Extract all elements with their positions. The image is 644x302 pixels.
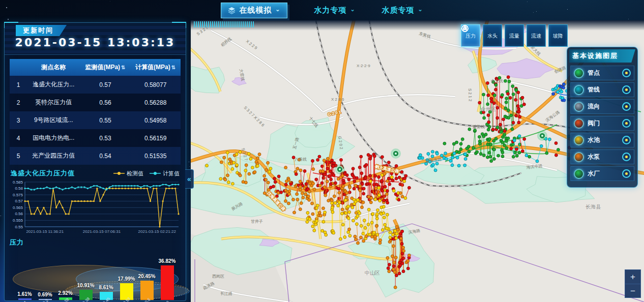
column-header-1[interactable]: 监测值(MPa)⇅ [80, 59, 131, 76]
svg-text:0.575: 0.575 [13, 193, 23, 197]
svg-text:重姜线: 重姜线 [472, 125, 485, 129]
layer-visibility-toggle[interactable] [622, 169, 631, 178]
map-tools-toolbar: 压力水头流量流速坡降 [461, 24, 568, 47]
left-dashboard-panel: 更新时间 2021-03-15 13:03:13 测点名称监测值(MPa)⇅计算… [4, 22, 186, 301]
map-zoom-control: + − [625, 269, 641, 298]
layer-label: 管线 [588, 85, 619, 94]
bar-value-label: 20.45% [138, 274, 156, 279]
bar-value-label: 1.61% [17, 291, 32, 297]
layer-icon [574, 135, 584, 145]
nav-tab-0[interactable]: 在线模拟⌄ [221, 3, 287, 18]
layer-visibility-toggle[interactable] [622, 69, 631, 77]
bar-item[interactable]: 8.61%0.38~0.45 [99, 285, 113, 300]
layer-item-5[interactable]: 水泵 [570, 149, 634, 164]
layer-label: 水厂 [588, 169, 619, 178]
bar-value-label: 8.61% [99, 285, 113, 290]
map-tool-1[interactable]: 水头 [483, 24, 502, 47]
nav-tab-2[interactable]: 水质专项⌄ [382, 6, 423, 15]
legend-item[interactable]: 计算值 [150, 170, 180, 177]
svg-text:长海县: 长海县 [586, 204, 601, 209]
layer-icon [574, 102, 584, 112]
sort-icon[interactable]: ⇅ [171, 65, 175, 70]
table-row[interactable]: 2英特尔压力值0.560.56288 [10, 94, 181, 111]
map-decoration-barcode [194, 21, 254, 27]
layer-visibility-toggle[interactable] [622, 136, 631, 144]
table-row[interactable]: 5光产业园压力值0.540.51535 [10, 147, 181, 165]
svg-text:S 2 1 2: S 2 1 2 [467, 88, 473, 102]
bar-item[interactable]: 36.82%>0.6 [160, 258, 174, 300]
bar-value-label: 0.69% [38, 292, 52, 297]
map-tool-label: 水头 [487, 33, 497, 40]
bar-item[interactable]: 0.69%0.1~0.2 [38, 292, 52, 300]
table-row[interactable]: 1逸盛大化压力...0.570.58077 [10, 76, 181, 94]
bar-item[interactable]: 2.92%0.2~0.28 [58, 290, 72, 300]
bar-item[interactable]: 17.99%0.45~0.53 [120, 276, 133, 300]
layer-label: 水泵 [588, 153, 619, 161]
bar-item[interactable]: 10.91%0.28~0.38 [79, 283, 93, 300]
map-tool-4[interactable]: 坡降 [548, 24, 568, 47]
svg-text:2021-03-15 07:06:31: 2021-03-15 07:06:31 [83, 229, 121, 234]
bar-value-label: 36.82% [159, 258, 176, 264]
map-tool-2[interactable]: 流量 [505, 24, 524, 47]
zoom-in-button[interactable]: + [625, 269, 641, 284]
line-chart-legend: 检测值计算值 [113, 170, 180, 177]
layer-icon [574, 118, 584, 129]
bar-chart: 1.61%<0.10.69%0.1~0.22.92%0.2~0.2810.91%… [10, 247, 182, 302]
map-tool-label: 坡降 [553, 33, 563, 40]
layer-label: 管点 [588, 69, 619, 77]
column-header-2[interactable]: 计算值(MPa)⇅ [130, 59, 181, 76]
svg-text:0.57: 0.57 [15, 199, 23, 203]
layer-item-0[interactable]: 管点 [570, 66, 634, 80]
svg-text:0.58: 0.58 [15, 186, 23, 191]
line-chart: 0.550.5550.560.5650.570.5750.580.5852021… [9, 179, 182, 235]
line-chart-title: 逸盛大化压力压力值 [11, 169, 75, 178]
bar [140, 281, 154, 300]
layer-item-4[interactable]: 水池 [570, 133, 634, 147]
chevron-down-icon: ⌄ [275, 6, 280, 13]
layer-label: 流向 [588, 102, 619, 111]
column-header-0: 测点名称 [27, 59, 80, 76]
svg-text:长江路: 长江路 [220, 291, 232, 296]
top-navigation: 在线模拟⌄水力专项⌄水质专项⌄ [0, 0, 644, 20]
svg-text:0.585: 0.585 [13, 180, 23, 185]
bar-item[interactable]: 20.45%0.53~0.6 [140, 274, 154, 300]
layer-icon [574, 169, 584, 179]
svg-text:0.555: 0.555 [13, 218, 23, 223]
svg-text:2021-03-15 11:36:21: 2021-03-15 11:36:21 [26, 229, 64, 234]
layer-visibility-toggle[interactable] [622, 119, 631, 128]
layer-item-2[interactable]: 流向 [570, 99, 634, 114]
layer-visibility-toggle[interactable] [622, 102, 631, 111]
layer-icon [574, 68, 584, 78]
sort-icon[interactable]: ⇅ [121, 65, 125, 70]
layer-label: 水池 [588, 136, 619, 144]
layer-visibility-toggle[interactable] [622, 153, 631, 161]
svg-text:2021-03-15 02:21:22: 2021-03-15 02:21:22 [138, 229, 177, 234]
layer-item-6[interactable]: 水厂 [570, 166, 634, 181]
nav-tab-label: 水质专项 [382, 6, 415, 15]
legend-item[interactable]: 检测值 [113, 170, 143, 177]
svg-text:0.55: 0.55 [15, 225, 23, 229]
layer-item-1[interactable]: 管线 [570, 82, 634, 97]
svg-text:八甬线: 八甬线 [295, 157, 307, 162]
layer-icon [574, 152, 584, 162]
pressure-bar-chart-section: 压力 1.61%<0.10.69%0.1~0.22.92%0.2~0.2810.… [10, 238, 182, 302]
bar-category-label: <0.1 [18, 300, 27, 302]
collapse-panel-button[interactable]: « [185, 169, 194, 189]
map-area[interactable]: S 3 2 7稻荞线X 2 2 9大窑线十七线G 2 0 2X·2·2·9东黄线… [191, 20, 644, 302]
zoom-out-button[interactable]: − [625, 284, 641, 298]
svg-text:西岗区: 西岗区 [212, 274, 224, 279]
layer-item-3[interactable]: 阀门 [570, 116, 634, 131]
table-row[interactable]: 4国电电力热电...0.530.56159 [10, 129, 181, 147]
chevron-down-icon: ⌄ [350, 6, 355, 13]
update-time-value: 2021-03-15 13:03:13 [5, 36, 186, 49]
measurement-table: 测点名称监测值(MPa)⇅计算值(MPa)⇅ 1逸盛大化压力...0.570.5… [10, 59, 181, 165]
table-row[interactable]: 39号路区域流...0.550.54958 [10, 111, 181, 129]
bar-value-label: 17.99% [118, 276, 135, 282]
svg-text:0.565: 0.565 [13, 205, 23, 210]
nav-tab-label: 水力专项 [314, 6, 346, 15]
map-tool-3[interactable]: 流速 [526, 24, 546, 47]
layer-visibility-toggle[interactable] [622, 85, 631, 94]
nav-tab-1[interactable]: 水力专项⌄ [314, 6, 355, 15]
svg-text:金大线: 金大线 [490, 79, 503, 83]
bar-item[interactable]: 1.61%<0.1 [18, 291, 32, 300]
